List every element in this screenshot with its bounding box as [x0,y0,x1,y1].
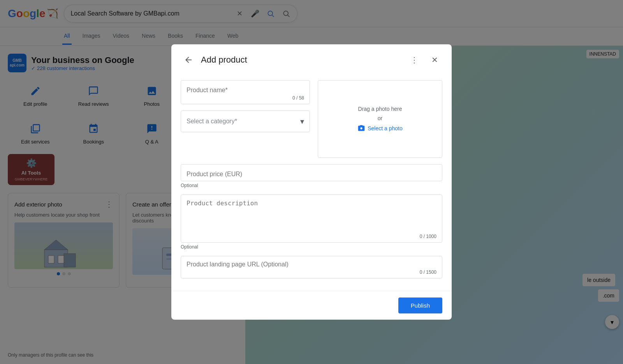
select-photo-label: Select a photo [368,125,403,131]
price-helper: Optional [181,183,442,188]
modal-body: 0 / 58 Select a category* ▾ Drag a photo… [171,74,452,291]
url-counter: 0 / 1500 [187,270,436,275]
category-placeholder: Select a category* [187,118,300,125]
add-product-modal: Add product ⋮ ✕ 0 / 58 Select a category… [171,44,452,320]
category-select[interactable]: Select a category* ▾ [181,110,310,132]
dropdown-arrow-icon: ▾ [300,117,304,126]
photo-upload-area[interactable]: Drag a photo here or Select a photo [318,80,442,158]
publish-button[interactable]: Publish [398,298,442,313]
description-field[interactable]: 0 / 1000 [181,194,442,243]
select-photo-button[interactable]: Select a photo [357,124,403,132]
camera-icon [357,124,365,132]
drag-photo-text: Drag a photo here [358,106,402,112]
modal-right-1: Drag a photo here or Select a photo [318,80,442,158]
product-name-field[interactable]: 0 / 58 [181,80,310,104]
modal-row-1: 0 / 58 Select a category* ▾ Drag a photo… [181,80,442,158]
url-field[interactable]: 0 / 1500 [181,256,442,278]
modal-title: Add product [201,55,402,65]
back-icon [184,55,193,65]
description-helper: Optional [181,244,442,250]
product-name-input[interactable] [187,85,304,94]
photo-or-text: or [378,115,382,121]
url-input[interactable] [187,261,436,268]
modal-back-button[interactable] [181,52,196,68]
modal-more-button[interactable]: ⋮ [407,52,422,68]
modal-header: Add product ⋮ ✕ [171,44,452,74]
modal-left-1: 0 / 58 Select a category* ▾ [181,80,310,158]
price-input[interactable] [187,169,436,178]
modal-close-button[interactable]: ✕ [427,52,442,68]
product-name-counter: 0 / 58 [187,95,304,101]
modal-footer: Publish [171,291,452,320]
description-counter: 0 / 1000 [187,234,436,239]
description-textarea[interactable] [187,200,436,231]
price-field[interactable] [181,164,442,181]
category-section: Select a category* ▾ [181,110,310,132]
